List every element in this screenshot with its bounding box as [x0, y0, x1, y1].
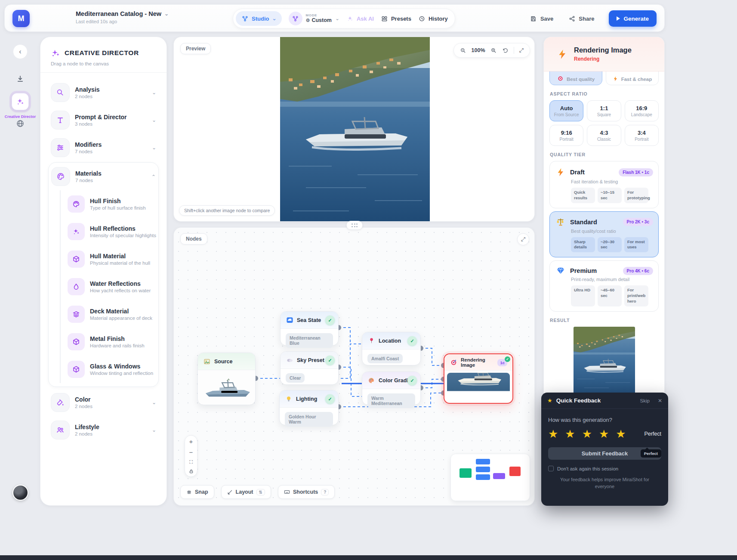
- aspect-ratio-grid: Auto From Source 1:1 Square 16:9 Landsca…: [549, 100, 659, 146]
- skip-button[interactable]: Skip: [640, 398, 650, 403]
- user-avatar[interactable]: [12, 485, 28, 501]
- panel-resize-handle[interactable]: [346, 221, 363, 230]
- tier-premium[interactable]: Premium Pro 4K • 6c Print-ready, maximum…: [549, 260, 659, 311]
- collapse-sidebar-button[interactable]: ‹: [13, 44, 28, 59]
- best-quality-button[interactable]: Best quality: [549, 71, 602, 85]
- layout-button[interactable]: Layout ⇅: [221, 485, 271, 499]
- rating-star-3[interactable]: ★: [582, 428, 592, 439]
- tier-desc: Print-ready, maximum detail: [571, 277, 653, 282]
- feedback-footer: Your feedback helps improve MiraiShot fo…: [554, 476, 655, 490]
- zoom-in-button[interactable]: +: [189, 438, 193, 445]
- node-rendering-image[interactable]: Rendering Image 1c ✓: [444, 353, 513, 404]
- ratio-9-16[interactable]: 9:16 Portrait: [549, 125, 583, 146]
- tier-desc: Fast iteration & testing: [571, 179, 653, 184]
- zoom-out-icon[interactable]: [460, 47, 466, 54]
- zoom-in-icon[interactable]: [490, 47, 497, 54]
- mode-selector[interactable]: MODE ⚙ Custom ⌄: [289, 12, 339, 25]
- studio-switcher[interactable]: Studio ⌄: [236, 11, 282, 26]
- expand-canvas-button[interactable]: ⤢: [517, 233, 529, 245]
- generate-label: Generate: [623, 15, 649, 22]
- lock-icon[interactable]: [189, 469, 194, 474]
- rating-star-1[interactable]: ★: [548, 428, 558, 439]
- zoom-out-button[interactable]: −: [189, 449, 193, 455]
- fit-view-button[interactable]: ⛶: [189, 460, 193, 464]
- share-button[interactable]: Share: [568, 15, 594, 22]
- rating-star-5[interactable]: ★: [616, 428, 626, 439]
- node-color-grading[interactable]: Color Grading ✓ Warm Mediterranean: [362, 371, 421, 405]
- rating-tooltip: Perfect: [641, 449, 661, 458]
- scale-icon: [556, 217, 565, 227]
- creative-director-tool-button[interactable]: [12, 93, 29, 110]
- people-icon: [51, 421, 70, 439]
- node-source[interactable]: Source: [197, 353, 256, 405]
- close-icon[interactable]: ✕: [658, 398, 662, 404]
- document-title-menu[interactable]: Mediterranean Catalog - New ⌄: [76, 10, 169, 17]
- dont-ask-checkbox[interactable]: [548, 466, 554, 471]
- lightning-icon: [556, 167, 565, 178]
- presets-button[interactable]: Presets: [381, 15, 411, 22]
- play-icon: [617, 16, 620, 21]
- globe-tool-button[interactable]: [15, 119, 25, 128]
- tier-standard[interactable]: Standard Pro 2K • 3c Best quality/cost r…: [549, 211, 659, 258]
- save-button[interactable]: Save: [530, 15, 553, 22]
- category-lifestyle[interactable]: Lifestyle 2 nodes ⌄: [48, 416, 159, 444]
- minimap[interactable]: [450, 454, 530, 501]
- result-yacht-image[interactable]: [574, 327, 635, 401]
- category-label: Materials: [75, 170, 146, 177]
- presets-label: Presets: [391, 15, 411, 22]
- node-sea-state[interactable]: Sea State ✓ Mediterranean Blue: [280, 311, 339, 346]
- text-icon: [51, 111, 70, 130]
- source-yacht-thumbnail: [198, 370, 255, 404]
- node-item-hull-material[interactable]: Hull Material Physical material of the h…: [62, 245, 158, 273]
- ratio-auto[interactable]: Auto From Source: [549, 100, 583, 121]
- history-button[interactable]: History: [418, 15, 448, 22]
- tier-badge: Flash 1K • 1c: [619, 168, 653, 176]
- category-modifiers[interactable]: Modifiers 7 nodes ⌄: [48, 134, 159, 161]
- download-tool-button[interactable]: [14, 73, 26, 85]
- diamond-icon: [556, 266, 565, 275]
- category-color[interactable]: Color 2 nodes ⌄: [48, 389, 159, 416]
- reset-view-icon[interactable]: [502, 47, 509, 54]
- node-item-deck-material[interactable]: Deck Material Material appearance of dec…: [62, 300, 158, 328]
- category-analysis[interactable]: Analysis 2 nodes ⌄: [48, 79, 159, 106]
- ratio-3-4[interactable]: 3:4 Portrait: [625, 125, 659, 146]
- sparkles-icon: [68, 223, 85, 240]
- ask-ai-button[interactable]: Ask AI: [346, 15, 374, 22]
- lightning-icon: [613, 76, 618, 82]
- topbar: M Mediterranean Catalog - New ⌄ Last edi…: [4, 4, 665, 32]
- ratio-4-3[interactable]: 4:3 Classic: [587, 125, 621, 146]
- node-item-glass-windows[interactable]: Glass & Windows Window tinting and refle…: [62, 356, 158, 383]
- node-item-hull-finish[interactable]: Hull Finish Type of hull surface finish: [62, 190, 158, 218]
- node-location[interactable]: Location ✓ Amalfi Coast: [362, 332, 421, 365]
- nodes-canvas[interactable]: Nodes ⤢ Source Sea State ✓ Medit: [173, 227, 535, 506]
- ask-ai-label: Ask AI: [357, 15, 374, 22]
- chevron-down-icon: ⌄: [335, 16, 339, 21]
- tier-draft[interactable]: Draft Flash 1K • 1c Fast iteration & tes…: [549, 161, 659, 208]
- app-logo[interactable]: M: [12, 10, 30, 27]
- chevron-up-icon: ⌄: [151, 174, 156, 179]
- preview-yacht-image: [280, 37, 430, 222]
- snap-button[interactable]: Snap: [180, 485, 214, 499]
- fullscreen-icon[interactable]: ⤢: [519, 47, 524, 54]
- node-lighting[interactable]: Lighting ✓ Golden Hour Warm: [279, 390, 339, 425]
- node-item-metal-finish[interactable]: Metal Finish Hardware and rails finish: [62, 328, 158, 356]
- node-item-water-reflections[interactable]: Water Reflections How yacht reflects on …: [62, 273, 158, 300]
- divider: [514, 47, 514, 54]
- minimap-node: [476, 474, 490, 480]
- ratio-1-1[interactable]: 1:1 Square: [587, 100, 621, 121]
- aspect-ratio-heading: ASPECT RATIO: [550, 91, 658, 96]
- rating-star-2[interactable]: ★: [565, 428, 575, 439]
- category-count: 2 nodes: [75, 431, 147, 436]
- generate-button[interactable]: Generate: [609, 10, 657, 27]
- category-prompt-director[interactable]: Prompt & Director 3 nodes ⌄: [48, 106, 159, 134]
- rating-star-4[interactable]: ★: [599, 428, 609, 439]
- node-sky-preset[interactable]: Sky Preset ✓ Clear: [280, 351, 339, 385]
- category-materials[interactable]: Materials 7 nodes ⌄: [49, 163, 158, 190]
- fast-cheap-button[interactable]: Fast & cheap: [606, 71, 659, 85]
- creative-director-panel: CREATIVE DIRECTOR Drag a node to the can…: [40, 37, 167, 506]
- node-item-hull-reflections[interactable]: Hull Reflections Intensity of specular h…: [62, 218, 158, 245]
- shortcuts-button[interactable]: Shortcuts ?: [278, 485, 335, 499]
- check-icon: ✓: [325, 316, 335, 325]
- node-item-label: Hull Finish: [90, 198, 146, 204]
- ratio-16-9[interactable]: 16:9 Landscape: [625, 100, 659, 121]
